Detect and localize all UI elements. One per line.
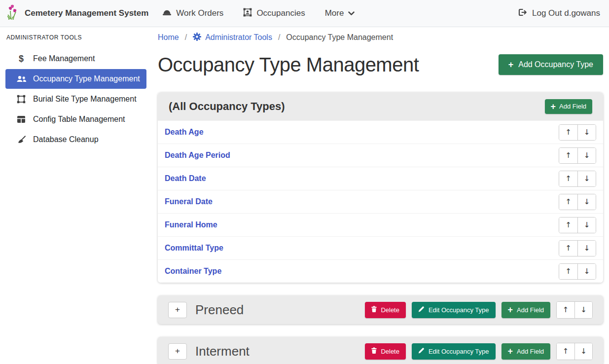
move-down-button[interactable]: ↓ [577,148,596,163]
move-down-button[interactable]: ↓ [574,302,592,318]
logout-label: Log Out d.gowans [532,8,600,18]
delete-button[interactable]: Delete [365,302,406,318]
add-field-button[interactable]: + Add Field [502,343,550,360]
plus-icon: + [508,347,513,356]
move-up-button[interactable]: ↑ [559,125,577,140]
expand-button[interactable]: + [168,302,187,318]
add-field-button[interactable]: + Add Field [545,99,592,114]
trash-icon [371,306,377,314]
field-row: Death Date ↑ ↓ [158,167,603,190]
field-row: Committal Type ↑ ↓ [158,236,603,259]
section-actions: Delete Edit Occupancy Type + Add Field ↑ [365,301,593,319]
reorder-buttons: ↑ ↓ [559,124,596,141]
button-label: Delete [381,306,399,314]
button-label: Add Field [559,103,586,110]
reorder-buttons: ↑ ↓ [559,194,596,210]
move-down-button[interactable]: ↓ [577,171,596,186]
sidebar-item-config-table-management[interactable]: Config Table Management [5,109,146,129]
section-title: Preneed [195,302,365,318]
nav-label: More [325,8,344,18]
gear-icon [193,33,201,43]
nav-occupancies[interactable]: Occupancies [243,8,305,19]
move-down-button[interactable]: ↓ [577,125,596,140]
pencil-icon [418,347,425,355]
sidebar-item-burial-site-type-management[interactable]: Burial Site Type Management [5,89,146,109]
navbar-links: Work Orders Occupancies More [162,8,355,19]
breadcrumb-separator: / [179,33,193,42]
move-up-button[interactable]: ↑ [557,302,574,318]
reorder-buttons: ↑ ↓ [556,343,593,360]
navbar-brand[interactable]: Cemetery Management System [7,4,148,22]
move-down-button[interactable]: ↓ [577,264,596,279]
users-icon [16,75,27,82]
sidebar-item-fee-management[interactable]: $ Fee Management [5,49,146,69]
edit-occupancy-type-button[interactable]: Edit Occupancy Type [412,343,496,360]
expand-button[interactable]: + [168,343,187,360]
plus-icon: + [551,102,556,111]
field-row: Funeral Home ↑ ↓ [158,213,603,236]
section-preneed: + Preneed Delete [158,295,603,324]
field-link-death-age[interactable]: Death Age [165,128,204,137]
field-row: Death Age ↑ ↓ [158,120,603,144]
field-link-funeral-date[interactable]: Funeral Date [165,197,213,206]
nav-work-orders[interactable]: Work Orders [162,8,223,19]
logout-icon [518,8,527,19]
brand-title: Cemetery Management System [25,8,148,18]
breadcrumb-administrator-tools[interactable]: Administrator Tools [193,33,272,43]
field-row: Container Type ↑ ↓ [158,259,603,283]
broom-icon [16,136,27,144]
edit-occupancy-type-button[interactable]: Edit Occupancy Type [412,302,496,318]
field-link-funeral-home[interactable]: Funeral Home [165,220,217,229]
sidebar-item-label: Fee Management [33,54,95,63]
sidebar-item-label: Occupancy Type Management [33,74,140,83]
field-link-death-age-period[interactable]: Death Age Period [165,151,230,160]
move-down-button[interactable]: ↓ [577,241,596,256]
move-up-button[interactable]: ↑ [559,171,577,186]
move-down-button[interactable]: ↓ [577,194,596,210]
move-up-button[interactable]: ↑ [559,218,577,233]
move-down-button[interactable]: ↓ [577,218,596,233]
all-occupancy-types-panel: (All Occupancy Types) + Add Field Death … [158,92,603,283]
breadcrumb-current: Occupancy Type Management [286,33,393,42]
nav-more[interactable]: More [325,8,355,18]
sidebar-item-database-cleanup[interactable]: Database Cleanup [5,130,146,149]
plus-icon: + [508,305,513,314]
section-title: Interment [195,344,365,359]
reorder-buttons: ↑ ↓ [559,263,596,280]
add-occupancy-type-button[interactable]: + Add Occupancy Type [499,54,603,75]
reorder-buttons: ↑ ↓ [559,171,596,187]
sidebar-item-label: Database Cleanup [33,135,99,144]
sidebar-heading: ADMINISTRATOR TOOLS [0,30,153,49]
section-interment: + Interment Delete [158,337,603,364]
add-field-button[interactable]: + Add Field [502,302,550,318]
field-row: Funeral Date ↑ ↓ [158,190,603,213]
button-label: Add Field [517,348,544,355]
hard-hat-icon [162,8,172,19]
breadcrumb-home[interactable]: Home [158,33,179,42]
main-content: Home / Administrat [153,27,609,364]
field-link-death-date[interactable]: Death Date [165,174,206,183]
move-up-button[interactable]: ↑ [559,264,577,279]
chevron-down-icon [348,8,355,18]
breadcrumb-separator: / [272,33,286,42]
button-label: Add Field [517,306,544,314]
move-up-button[interactable]: ↑ [559,194,577,210]
move-up-button[interactable]: ↑ [559,148,577,163]
sidebar-item-label: Burial Site Type Management [33,95,137,104]
move-up-button[interactable]: ↑ [559,241,577,256]
sidebar-item-occupancy-type-management[interactable]: Occupancy Type Management [5,69,146,89]
breadcrumb-label: Administrator Tools [205,33,272,42]
move-up-button[interactable]: ↑ [557,343,574,360]
field-link-container-type[interactable]: Container Type [165,267,221,276]
breadcrumb-label: Home [158,33,179,42]
page-title-row: Occupancy Type Management + Add Occupanc… [158,51,603,78]
section-actions: Delete Edit Occupancy Type + Add Field ↑ [365,343,593,360]
button-label: Edit Occupancy Type [429,348,489,355]
logout-button[interactable]: Log Out d.gowans [518,8,602,19]
move-down-button[interactable]: ↓ [574,343,592,360]
button-label: Edit Occupancy Type [429,306,489,314]
field-link-committal-type[interactable]: Committal Type [165,244,223,253]
breadcrumb: Home / Administrat [158,31,603,44]
delete-button[interactable]: Delete [365,343,406,360]
plus-icon: + [508,60,514,69]
